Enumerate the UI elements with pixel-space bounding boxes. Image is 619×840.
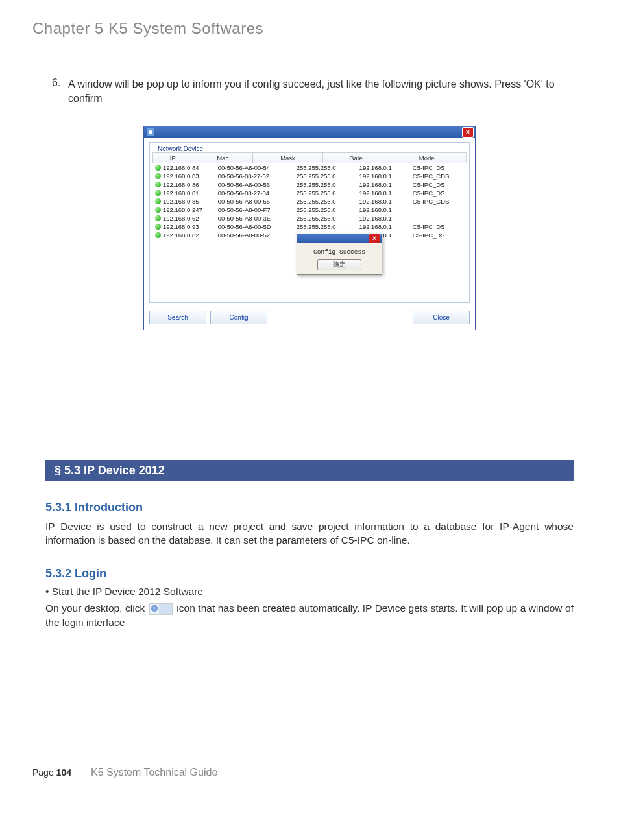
cell-mask: 255.255.255.0 — [294, 197, 357, 206]
fieldset-legend: Network Device — [155, 145, 206, 152]
status-ok-icon — [155, 198, 161, 204]
cell-ip: 192.168.0.83 — [163, 173, 199, 180]
bullet-start-software: Start the IP Device 2012 Software — [45, 586, 574, 597]
cell-model: C5-IPC_DS — [410, 180, 467, 189]
table-row[interactable]: 192.168.0.24700-50-56-A8-00-F7255.255.25… — [152, 206, 467, 214]
cell-model: C5-IPC_CDS — [410, 172, 467, 180]
cell-mac: 00-50-56-A8-00-3E — [215, 214, 294, 222]
col-model[interactable]: Model — [389, 152, 466, 163]
cell-ip: 192.168.0.247 — [163, 206, 202, 213]
status-ok-icon — [155, 182, 161, 187]
col-ip[interactable]: IP — [153, 152, 193, 163]
step-number: 6. — [52, 77, 68, 106]
status-ok-icon — [155, 215, 161, 221]
page-footer: Page 104 K5 System Technical Guide — [32, 760, 587, 778]
chapter-header: Chapter 5 K5 System Softwares — [32, 19, 587, 51]
cell-model: C5-IPC_CDS — [410, 197, 467, 206]
cell-gate: 192.168.0.1 — [357, 189, 410, 197]
cell-model: C5-IPC_DS — [410, 189, 467, 197]
cell-ip: 192.168.0.85 — [163, 198, 199, 205]
table-row[interactable]: 192.168.0.8300-50-56-08-27-52255.255.255… — [152, 172, 467, 180]
heading-5-3-2: 5.3.2 Login — [45, 567, 574, 581]
close-icon[interactable]: × — [462, 127, 474, 138]
search-button[interactable]: Search — [149, 311, 206, 324]
table-row[interactable]: 192.168.0.8500-50-56-A8-00-55255.255.255… — [152, 197, 467, 206]
cell-mac: 00-50-56-A8-00-F7 — [215, 206, 294, 214]
body-5-3-2-pre: On your desktop, click — [45, 603, 148, 614]
cell-mac: 00-50-56-08-27-04 — [215, 189, 294, 197]
close-button[interactable]: Close — [413, 311, 470, 324]
status-ok-icon — [155, 232, 161, 238]
table-header-row: IP Mac Mask Gate Model — [153, 152, 467, 163]
col-gate[interactable]: Gate — [323, 152, 389, 163]
step-6: 6. A window will be pop up to inform you… — [52, 77, 574, 106]
cell-gate: 192.168.0.1 — [357, 180, 410, 189]
cell-model: C5-IPC_DS — [410, 231, 467, 239]
cell-mac: 00-50-56-A8-00-5D — [215, 222, 294, 231]
section-5-3-bar: § 5.3 IP Device 2012 — [45, 460, 574, 481]
status-ok-icon — [155, 165, 161, 171]
window-titlebar: × — [144, 126, 475, 138]
status-ok-icon — [155, 173, 161, 179]
heading-5-3-1: 5.3.1 Introduction — [45, 501, 574, 514]
cell-gate: 192.168.0.1 — [357, 163, 410, 172]
cell-ip: 192.168.0.81 — [163, 189, 199, 197]
cell-model: C5-IPC_DS — [410, 163, 467, 172]
popup-ok-button[interactable]: 确定 — [317, 259, 361, 270]
cell-mask: 255.255.255.0 — [294, 206, 357, 214]
table-row[interactable]: 192.168.0.8400-50-56-A8-00-54255.255.255… — [152, 163, 467, 172]
body-5-3-2: On your desktop, click icon that has bee… — [45, 601, 574, 629]
cell-model — [410, 214, 467, 222]
popup-titlebar: × — [297, 234, 382, 243]
table-row[interactable]: 192.168.0.8600-50-56-A8-00-56255.255.255… — [152, 180, 467, 189]
status-ok-icon — [155, 224, 161, 230]
cell-model: C5-IPC_DS — [410, 222, 467, 231]
ip-device-desktop-icon — [149, 603, 173, 615]
cell-mask: 255.255.255.0 — [294, 163, 357, 172]
popup-message: Config Success — [301, 248, 378, 256]
cell-mac: 00-50-56-A8-00-56 — [215, 180, 294, 189]
popup-close-icon[interactable]: × — [369, 234, 380, 244]
app-logo-icon — [147, 128, 154, 136]
cell-mask: 255.255.255.0 — [294, 189, 357, 197]
cell-mac: 00-50-56-08-27-52 — [215, 172, 294, 180]
config-button[interactable]: Config — [210, 311, 267, 324]
cell-mac: 00-50-56-A8-00-55 — [215, 197, 294, 206]
status-ok-icon — [155, 190, 161, 196]
col-mac[interactable]: Mac — [193, 152, 252, 163]
cell-mask: 255.255.255.0 — [294, 214, 357, 222]
cell-mask: 255.255.255.0 — [294, 222, 357, 231]
cell-gate: 192.168.0.1 — [357, 172, 410, 180]
cell-mac: 00-50-56-A8-00-52 — [215, 231, 294, 239]
cell-ip: 192.168.0.93 — [163, 223, 199, 230]
footer-guide-title: K5 System Technical Guide — [91, 767, 217, 778]
cell-ip: 192.168.0.62 — [163, 215, 199, 222]
cell-ip: 192.168.0.86 — [163, 181, 199, 188]
config-success-popup: × Config Success 确定 — [297, 234, 382, 275]
body-5-3-1: IP Device is used to construct a new pro… — [45, 520, 574, 547]
cell-mac: 00-50-56-A8-00-54 — [215, 163, 294, 172]
cell-ip: 192.168.0.84 — [163, 164, 199, 171]
col-mask[interactable]: Mask — [252, 152, 323, 163]
cell-gate: 192.168.0.1 — [357, 206, 410, 214]
step-text: A window will be pop up to inform you if… — [68, 77, 574, 106]
table-row[interactable]: 192.168.0.9300-50-56-A8-00-5D255.255.255… — [152, 222, 467, 231]
table-row[interactable]: 192.168.0.6200-50-56-A8-00-3E255.255.255… — [152, 214, 467, 222]
cell-gate: 192.168.0.1 — [357, 222, 410, 231]
cell-ip: 192.168.0.82 — [163, 232, 199, 239]
status-ok-icon — [155, 207, 161, 213]
table-row[interactable]: 192.168.0.8100-50-56-08-27-04255.255.255… — [152, 189, 467, 197]
cell-mask: 255.255.255.0 — [294, 172, 357, 180]
cell-model — [410, 206, 467, 214]
cell-gate: 192.168.0.1 — [357, 197, 410, 206]
network-device-window: × Network Device IP Mac Mask Gate Model … — [143, 126, 476, 330]
page-number: Page 104 — [32, 767, 71, 778]
cell-mask: 255.255.255.0 — [294, 180, 357, 189]
cell-gate: 192.168.0.1 — [357, 214, 410, 222]
